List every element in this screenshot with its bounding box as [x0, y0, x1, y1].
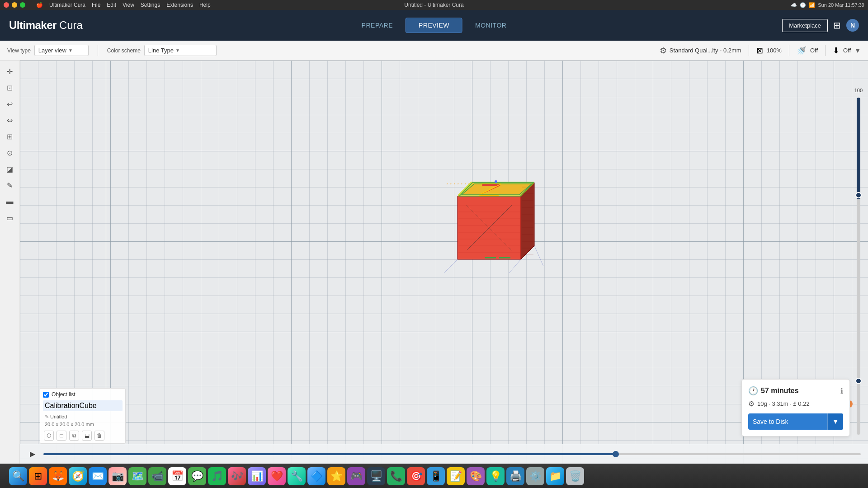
dock-ultimaker[interactable]: 🖨️	[506, 467, 524, 485]
minimize-button[interactable]	[12, 2, 17, 8]
object-list-item[interactable]: CalibrationCube	[43, 400, 123, 411]
support-tool[interactable]: ⊙	[3, 145, 17, 160]
menu-bar: 🍎 Ultimaker Cura File Edit View Settings…	[36, 2, 211, 8]
dock-app4[interactable]: 🔷	[307, 467, 326, 485]
dock-messages[interactable]: 💬	[188, 467, 206, 485]
mirror-tool[interactable]: ⇔	[3, 113, 17, 127]
play-button[interactable]: ▶	[27, 449, 38, 460]
dock-photos[interactable]: 📷	[108, 467, 127, 485]
scene-label: ✎ Untitled	[43, 413, 123, 421]
color-scheme-select[interactable]: Line Type ▼	[144, 45, 217, 56]
layer-slider-thumb-top[interactable]	[855, 192, 862, 198]
dock-launchpad[interactable]: ⊞	[29, 467, 47, 485]
playback-progress-track[interactable]	[43, 453, 861, 455]
dock-app2[interactable]: ❤️	[268, 467, 286, 485]
file-menu[interactable]: File	[92, 2, 100, 8]
tab-preview[interactable]: PREVIEW	[406, 18, 462, 33]
dock-itunes[interactable]: 🎶	[228, 467, 246, 485]
scale-tool[interactable]: ⊡	[3, 80, 17, 95]
toolbar-divider-2	[749, 45, 749, 56]
app-name-menu[interactable]: Ultimaker Cura	[49, 2, 85, 8]
view-type-label: View type	[7, 47, 31, 54]
dock-settings[interactable]: ⚙️	[526, 467, 544, 485]
dock-app5[interactable]: ⭐	[327, 467, 345, 485]
window-title: Untitled - Ultimaker Cura	[404, 2, 463, 8]
wall-tool[interactable]: ▬	[3, 194, 17, 209]
svg-line-57	[507, 259, 521, 273]
svg-line-56	[444, 259, 458, 273]
object-actions: ⬡ □ ⧉ ⬓ 🗑	[43, 431, 123, 441]
info-icon[interactable]: ℹ	[840, 387, 843, 395]
dock-firefox[interactable]: 🦊	[49, 467, 67, 485]
object-paste-icon[interactable]: ⬓	[82, 431, 92, 441]
help-menu[interactable]: Help	[199, 2, 211, 8]
wifi-icon: 📶	[809, 2, 815, 8]
grid-icon-button[interactable]: ⊞	[833, 20, 841, 31]
seam-tool[interactable]: ✎	[3, 178, 17, 192]
header-right: Marketplace ⊞ N	[782, 19, 859, 32]
color-scheme-arrow: ▼	[175, 48, 180, 53]
object-copy-icon[interactable]: ⧉	[69, 431, 79, 441]
dock-facetime2[interactable]: 📞	[387, 467, 405, 485]
dock-finder2[interactable]: 📁	[546, 467, 564, 485]
surface-tool[interactable]: ◪	[3, 162, 17, 176]
tab-prepare[interactable]: PREPARE	[349, 18, 406, 33]
macos-dock: 🔍 ⊞ 🦊 🧭 ✉️ 📷 🗺️ 📹 📅 💬 🎵 🎶 📊 ❤️ 🔧 🔷 ⭐ 🎮 🖥…	[0, 464, 868, 488]
undo-tool[interactable]: ↩	[3, 97, 17, 111]
object-list-checkbox[interactable]	[43, 392, 49, 398]
view-menu[interactable]: View	[123, 2, 134, 8]
dock-app3[interactable]: 🔧	[288, 467, 306, 485]
dock-finder[interactable]: 🔍	[9, 467, 27, 485]
settings-menu[interactable]: Settings	[141, 2, 160, 8]
dock-trash[interactable]: 🗑️	[566, 467, 584, 485]
edit-menu[interactable]: Edit	[107, 2, 116, 8]
print-duration: 57 minutes	[761, 387, 799, 395]
view-type-select[interactable]: Layer view ▼	[34, 45, 89, 56]
dock-app10[interactable]: 🎨	[467, 467, 485, 485]
avatar[interactable]: N	[846, 19, 859, 32]
group-tool[interactable]: ⊞	[3, 129, 17, 144]
toolbar-expand-arrow[interactable]: ▼	[854, 47, 861, 54]
quality-settings-button[interactable]: ⚙ Standard Qual...ity - 0.2mm	[660, 46, 741, 56]
maximize-button[interactable]	[20, 2, 25, 8]
dock-safari[interactable]: 🧭	[69, 467, 87, 485]
color-scheme-label: Color scheme	[107, 47, 141, 54]
layer-max: 100	[854, 88, 863, 93]
playback-progress-thumb[interactable]	[613, 451, 619, 457]
dock-app9[interactable]: 📱	[427, 467, 445, 485]
material-icon: ⚙	[748, 399, 755, 408]
toolbar-right: ⚙ Standard Qual...ity - 0.2mm ⊠ 100% 🚿 O…	[660, 45, 861, 56]
save-dropdown-arrow[interactable]: ▼	[827, 413, 843, 430]
object-dimensions: 20.0 x 20.0 x 20.0 mm	[43, 421, 123, 428]
layer-slider-thumb-bottom[interactable]	[855, 378, 862, 384]
dock-maps[interactable]: 🗺️	[128, 467, 146, 485]
marketplace-button[interactable]: Marketplace	[782, 19, 828, 32]
close-button[interactable]	[4, 2, 9, 8]
object-box-icon[interactable]: □	[57, 431, 66, 441]
dock-spotify[interactable]: 🎵	[208, 467, 226, 485]
playback-bar: ▶	[20, 444, 868, 464]
dock-app1[interactable]: 📊	[248, 467, 266, 485]
dock-app8[interactable]: 🎯	[407, 467, 425, 485]
object-3d-icon[interactable]: ⬡	[44, 431, 54, 441]
dock-calendar[interactable]: 📅	[168, 467, 186, 485]
dock-notes[interactable]: 📝	[447, 467, 465, 485]
viewport[interactable]: 100 Object list CalibrationCube ✎ Untitl…	[20, 61, 868, 464]
dock-app7[interactable]: 🖥️	[367, 467, 385, 485]
floor-tool[interactable]: ▭	[3, 211, 17, 225]
dock-mail[interactable]: ✉️	[89, 467, 107, 485]
layer-slider-container: 100	[854, 88, 863, 436]
dock-app6[interactable]: 🎮	[347, 467, 365, 485]
dock-app11[interactable]: 💡	[486, 467, 505, 485]
object-delete-icon[interactable]: 🗑	[94, 431, 104, 441]
battery-icon: ☁️	[791, 2, 797, 8]
dock-facetime[interactable]: 📹	[148, 467, 166, 485]
layer-slider-track[interactable]	[857, 98, 860, 435]
extensions-menu[interactable]: Extensions	[166, 2, 193, 8]
move-tool[interactable]: ✛	[3, 64, 17, 79]
apple-menu[interactable]: 🍎	[36, 2, 43, 8]
tab-monitor[interactable]: MONITOR	[462, 18, 519, 33]
svg-rect-10	[465, 183, 466, 184]
save-to-disk-button[interactable]: Save to Disk ▼	[748, 413, 843, 430]
toolbar-divider-1	[98, 45, 98, 56]
